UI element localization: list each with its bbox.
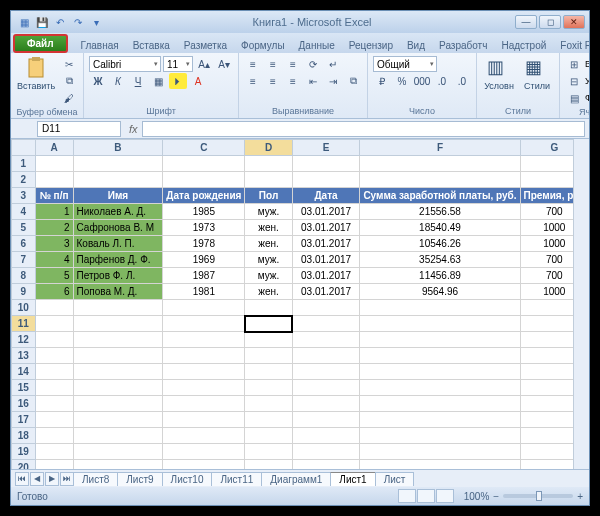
percent-icon[interactable]: % bbox=[393, 73, 411, 89]
cell[interactable] bbox=[245, 396, 292, 412]
cell[interactable] bbox=[35, 172, 73, 188]
cell[interactable] bbox=[35, 396, 73, 412]
increase-decimal-icon[interactable]: .0 bbox=[433, 73, 451, 89]
cell[interactable] bbox=[35, 380, 73, 396]
cell[interactable]: муж. bbox=[245, 268, 292, 284]
prev-sheet-button[interactable]: ◀ bbox=[30, 472, 44, 486]
ribbon-tab[interactable]: Разметка bbox=[177, 38, 234, 53]
cell[interactable] bbox=[360, 172, 520, 188]
cell[interactable] bbox=[292, 396, 360, 412]
cell[interactable] bbox=[360, 156, 520, 172]
sheet-tab[interactable]: Лист8 bbox=[73, 472, 118, 486]
minimize-button[interactable]: — bbox=[515, 15, 537, 29]
cell[interactable] bbox=[35, 460, 73, 470]
row-header[interactable]: 8 bbox=[12, 268, 36, 284]
save-icon[interactable]: 💾 bbox=[35, 15, 49, 29]
shrink-font-icon[interactable]: A▾ bbox=[215, 56, 233, 72]
row-header[interactable]: 5 bbox=[12, 220, 36, 236]
cell[interactable] bbox=[245, 348, 292, 364]
cell[interactable]: жен. bbox=[245, 220, 292, 236]
fill-color-button[interactable]: 🞂 bbox=[169, 73, 187, 89]
row-header[interactable]: 17 bbox=[12, 412, 36, 428]
cell[interactable] bbox=[163, 412, 245, 428]
cell[interactable]: 9564.96 bbox=[360, 284, 520, 300]
cell[interactable] bbox=[292, 156, 360, 172]
cell[interactable] bbox=[245, 156, 292, 172]
table-header-cell[interactable]: Пол bbox=[245, 188, 292, 204]
cell[interactable]: Парфенов Д. Ф. bbox=[73, 252, 163, 268]
cell[interactable] bbox=[245, 172, 292, 188]
row-header[interactable]: 1 bbox=[12, 156, 36, 172]
cell[interactable] bbox=[73, 380, 163, 396]
zoom-slider[interactable] bbox=[503, 494, 573, 498]
cell[interactable] bbox=[163, 396, 245, 412]
cell[interactable] bbox=[35, 428, 73, 444]
cell[interactable] bbox=[163, 444, 245, 460]
cell[interactable] bbox=[163, 364, 245, 380]
row-header[interactable]: 2 bbox=[12, 172, 36, 188]
cell[interactable] bbox=[35, 348, 73, 364]
cell[interactable]: Петров Ф. Л. bbox=[73, 268, 163, 284]
decrease-decimal-icon[interactable]: .0 bbox=[453, 73, 471, 89]
row-header[interactable]: 11 bbox=[12, 316, 36, 332]
align-right-icon[interactable]: ≡ bbox=[284, 73, 302, 89]
row-header[interactable]: 16 bbox=[12, 396, 36, 412]
sheet-tab[interactable]: Лист10 bbox=[162, 472, 213, 486]
cell[interactable] bbox=[360, 300, 520, 316]
cell[interactable] bbox=[163, 460, 245, 470]
cell[interactable] bbox=[163, 332, 245, 348]
view-break-button[interactable] bbox=[436, 489, 454, 503]
cell[interactable] bbox=[245, 316, 292, 332]
cell[interactable] bbox=[292, 348, 360, 364]
cell[interactable] bbox=[292, 172, 360, 188]
ribbon-tab[interactable]: Вставка bbox=[126, 38, 177, 53]
cell[interactable]: 1985 bbox=[163, 204, 245, 220]
format-cells-icon[interactable]: ▤ bbox=[565, 90, 583, 106]
cell[interactable] bbox=[73, 412, 163, 428]
cell[interactable]: Коваль Л. П. bbox=[73, 236, 163, 252]
wrap-text-icon[interactable]: ↵ bbox=[324, 56, 342, 72]
cell[interactable]: муж. bbox=[245, 252, 292, 268]
cell[interactable] bbox=[73, 460, 163, 470]
fx-icon[interactable]: fx bbox=[129, 123, 138, 135]
name-box[interactable]: D11 bbox=[37, 121, 121, 137]
select-all-corner[interactable] bbox=[12, 140, 36, 156]
cell[interactable] bbox=[35, 444, 73, 460]
row-header[interactable]: 20 bbox=[12, 460, 36, 470]
cell[interactable] bbox=[360, 380, 520, 396]
cell[interactable]: 4 bbox=[35, 252, 73, 268]
cell[interactable] bbox=[360, 364, 520, 380]
cell[interactable] bbox=[163, 156, 245, 172]
sheet-tab[interactable]: Лист1 bbox=[330, 472, 375, 486]
cell[interactable] bbox=[73, 156, 163, 172]
cell[interactable]: 21556.58 bbox=[360, 204, 520, 220]
cell-styles-button[interactable]: ▦ Стили bbox=[520, 56, 554, 91]
align-center-icon[interactable]: ≡ bbox=[264, 73, 282, 89]
indent-inc-icon[interactable]: ⇥ bbox=[324, 73, 342, 89]
row-header[interactable]: 14 bbox=[12, 364, 36, 380]
cell[interactable] bbox=[73, 348, 163, 364]
cell[interactable] bbox=[163, 380, 245, 396]
row-header[interactable]: 13 bbox=[12, 348, 36, 364]
align-middle-icon[interactable]: ≡ bbox=[264, 56, 282, 72]
font-color-button[interactable]: A bbox=[189, 73, 207, 89]
column-header[interactable]: A bbox=[35, 140, 73, 156]
cell[interactable] bbox=[360, 348, 520, 364]
cell[interactable] bbox=[163, 300, 245, 316]
next-sheet-button[interactable]: ▶ bbox=[45, 472, 59, 486]
format-painter-icon[interactable]: 🖌 bbox=[60, 90, 78, 106]
currency-icon[interactable]: ₽ bbox=[373, 73, 391, 89]
indent-dec-icon[interactable]: ⇤ bbox=[304, 73, 322, 89]
cell[interactable]: 35254.63 bbox=[360, 252, 520, 268]
align-left-icon[interactable]: ≡ bbox=[244, 73, 262, 89]
ribbon-tab[interactable]: Рецензир bbox=[342, 38, 400, 53]
cell[interactable]: 1981 bbox=[163, 284, 245, 300]
italic-button[interactable]: К bbox=[109, 73, 127, 89]
cut-icon[interactable]: ✂ bbox=[60, 56, 78, 72]
cell[interactable] bbox=[245, 444, 292, 460]
cell[interactable] bbox=[292, 460, 360, 470]
row-header[interactable]: 15 bbox=[12, 380, 36, 396]
insert-cells-icon[interactable]: ⊞ bbox=[565, 56, 583, 72]
table-header-cell[interactable]: Дата рождения bbox=[163, 188, 245, 204]
cell[interactable]: Сафронова В. М bbox=[73, 220, 163, 236]
